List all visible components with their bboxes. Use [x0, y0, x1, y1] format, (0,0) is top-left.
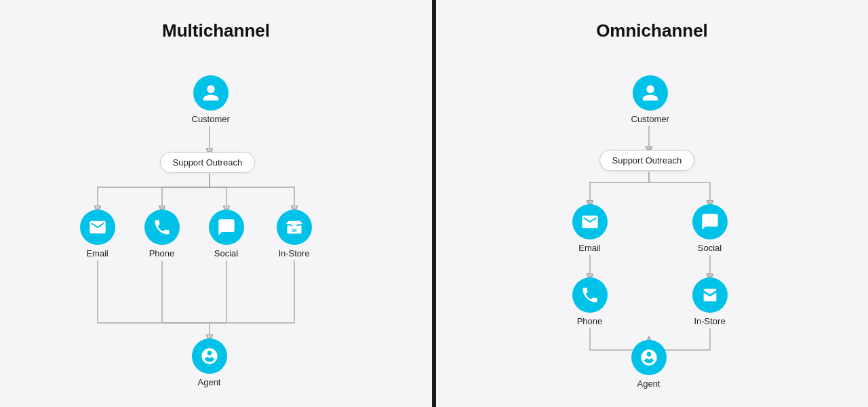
social-label: Social	[214, 248, 238, 258]
omnichannel-instore: In-Store	[692, 277, 728, 326]
multichannel-agent: Agent	[192, 338, 227, 387]
multichannel-phone: Phone	[144, 210, 180, 258]
multichannel-customer: Customer	[192, 75, 230, 124]
customer-icon	[193, 75, 229, 111]
multichannel-diagram: Customer Support Outreach Email Phone So…	[47, 62, 386, 387]
instore-label: In-Store	[278, 248, 309, 258]
phone-icon	[144, 210, 180, 245]
omnichannel-customer: Customer	[631, 75, 669, 124]
email-label: Email	[86, 248, 108, 258]
omnichannel-phone: Phone	[572, 277, 608, 326]
email-icon-right	[572, 204, 608, 239]
omnichannel-panel: Omnichannel	[436, 0, 868, 407]
omnichannel-social: Social	[692, 204, 728, 253]
instore-icon-right	[692, 277, 728, 313]
instore-label-right: In-Store	[694, 316, 725, 326]
svg-point-6	[648, 357, 650, 360]
social-icon	[209, 210, 244, 245]
omnichannel-email: Email	[572, 204, 608, 253]
multichannel-social: Social	[209, 210, 244, 258]
omnichannel-title: Omnichannel	[596, 20, 708, 41]
email-label-right: Email	[578, 243, 601, 253]
multichannel-support: Support Outreach	[160, 152, 256, 173]
phone-label-right: Phone	[577, 316, 603, 326]
phone-icon-right	[572, 277, 608, 313]
agent-icon-right	[631, 340, 667, 375]
omnichannel-support: Support Outreach	[599, 150, 695, 171]
agent-icon	[192, 338, 227, 374]
multichannel-email: Email	[80, 210, 115, 258]
agent-label: Agent	[198, 377, 221, 387]
phone-label: Phone	[149, 248, 175, 258]
customer-label: Customer	[192, 114, 230, 124]
social-label-right: Social	[698, 243, 722, 253]
multichannel-panel: Multichannel	[0, 0, 432, 407]
multichannel-title: Multichannel	[162, 20, 270, 41]
omnichannel-agent: Agent	[631, 340, 667, 389]
multichannel-instore: In-Store	[277, 210, 312, 258]
customer-icon-right	[633, 75, 668, 111]
customer-label-right: Customer	[631, 114, 669, 124]
social-icon-right	[692, 204, 728, 239]
agent-label-right: Agent	[637, 379, 660, 389]
instore-icon	[277, 210, 312, 245]
svg-point-2	[208, 355, 211, 358]
omnichannel-diagram: Customer Support Outreach Email Social P…	[517, 62, 788, 387]
email-icon	[80, 210, 115, 245]
